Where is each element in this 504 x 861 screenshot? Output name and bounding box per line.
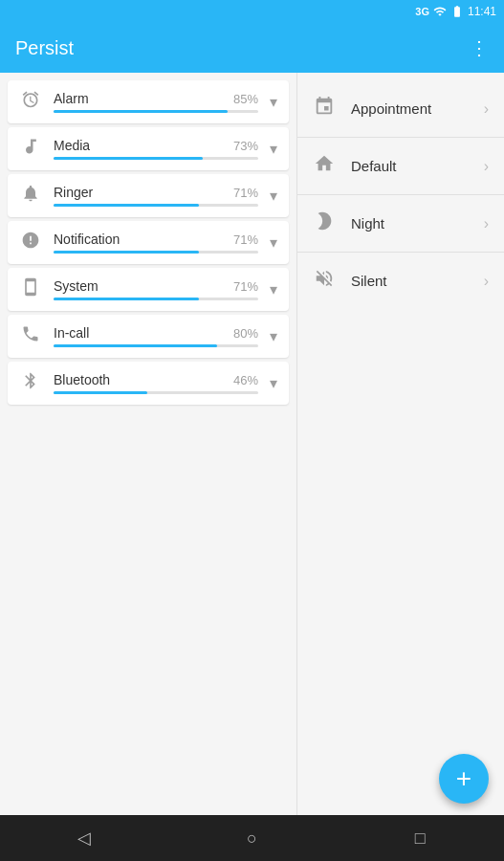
alarm-volume-card: Alarm 85% ▾ bbox=[8, 80, 289, 123]
system-details: System 71% bbox=[54, 278, 258, 300]
system-percent: 71% bbox=[233, 279, 258, 294]
system-bar-fill bbox=[54, 298, 199, 300]
media-bar-bg bbox=[54, 157, 258, 160]
bluetooth-volume-card: Bluetooth 46% ▾ bbox=[8, 362, 289, 405]
notification-volume-card: Notification 71% ▾ bbox=[8, 221, 289, 264]
silent-label: Silent bbox=[351, 273, 469, 289]
notification-bar-fill bbox=[54, 251, 199, 254]
silent-profile-item[interactable]: Silent › bbox=[297, 253, 504, 309]
incall-percent: 80% bbox=[233, 326, 258, 341]
alarm-icon bbox=[19, 90, 42, 114]
appointment-chevron-icon: › bbox=[484, 100, 489, 118]
ringer-volume-card: Ringer 71% ▾ bbox=[8, 174, 289, 217]
media-icon bbox=[19, 137, 42, 161]
add-profile-fab[interactable]: + bbox=[439, 754, 489, 804]
bottom-nav-bar: ◁ ○ □ bbox=[0, 815, 504, 861]
status-icons: 3G 11:41 bbox=[415, 5, 496, 18]
night-chevron-icon: › bbox=[484, 215, 489, 232]
system-bar-bg bbox=[54, 298, 258, 300]
alarm-details: Alarm 85% bbox=[54, 91, 258, 113]
main-content: Alarm 85% ▾ Media 73% bbox=[0, 73, 504, 815]
night-icon bbox=[313, 210, 336, 236]
notification-label: Notification bbox=[54, 232, 120, 247]
alarm-bar-fill bbox=[54, 110, 228, 113]
app-title: Persist bbox=[15, 37, 74, 59]
alarm-expand-button[interactable]: ▾ bbox=[270, 93, 277, 111]
status-bar: 3G 11:41 bbox=[0, 0, 504, 23]
notification-icon bbox=[19, 231, 42, 254]
incall-bar-bg bbox=[54, 344, 258, 347]
ringer-bar-bg bbox=[54, 204, 258, 207]
notification-details: Notification 71% bbox=[54, 232, 258, 254]
incall-label: In-call bbox=[54, 325, 89, 341]
bluetooth-label: Bluetooth bbox=[54, 372, 110, 387]
network-indicator: 3G bbox=[415, 6, 429, 17]
right-panel: Appointment › Default › Night › bbox=[297, 73, 504, 815]
media-percent: 73% bbox=[233, 139, 258, 153]
alarm-label: Alarm bbox=[54, 91, 89, 106]
silent-chevron-icon: › bbox=[484, 273, 489, 290]
time-display: 11:41 bbox=[468, 5, 496, 18]
default-icon bbox=[313, 153, 336, 179]
bluetooth-bar-fill bbox=[54, 391, 147, 394]
home-button[interactable]: ○ bbox=[232, 819, 271, 857]
bluetooth-details: Bluetooth 46% bbox=[54, 372, 258, 394]
alarm-bar-bg bbox=[54, 110, 258, 113]
default-chevron-icon: › bbox=[484, 158, 489, 175]
incall-expand-button[interactable]: ▾ bbox=[270, 327, 277, 345]
default-profile-item[interactable]: Default › bbox=[297, 138, 504, 194]
night-label: Night bbox=[351, 215, 469, 232]
recent-apps-button[interactable]: □ bbox=[401, 819, 439, 857]
media-bar-fill bbox=[54, 157, 203, 160]
media-label: Media bbox=[54, 138, 90, 153]
incall-icon bbox=[19, 324, 42, 348]
silent-icon bbox=[313, 268, 336, 294]
more-options-button[interactable]: ⋮ bbox=[470, 36, 489, 59]
alarm-percent: 85% bbox=[233, 92, 258, 106]
media-expand-button[interactable]: ▾ bbox=[270, 140, 277, 158]
ringer-icon bbox=[19, 184, 42, 208]
app-bar: Persist ⋮ bbox=[0, 23, 504, 73]
night-profile-item[interactable]: Night › bbox=[297, 195, 504, 252]
battery-icon bbox=[450, 5, 464, 18]
appointment-profile-item[interactable]: Appointment › bbox=[297, 80, 504, 137]
system-label: System bbox=[54, 278, 99, 294]
ringer-label: Ringer bbox=[54, 185, 93, 200]
default-label: Default bbox=[351, 158, 469, 174]
ringer-details: Ringer 71% bbox=[54, 185, 258, 207]
left-panel: Alarm 85% ▾ Media 73% bbox=[0, 73, 296, 815]
ringer-percent: 71% bbox=[233, 186, 258, 200]
bluetooth-percent: 46% bbox=[233, 373, 258, 387]
notification-expand-button[interactable]: ▾ bbox=[270, 233, 277, 252]
incall-bar-fill bbox=[54, 344, 217, 347]
appointment-label: Appointment bbox=[351, 100, 469, 117]
bluetooth-icon bbox=[19, 371, 42, 395]
system-expand-button[interactable]: ▾ bbox=[270, 280, 277, 298]
bluetooth-expand-button[interactable]: ▾ bbox=[270, 374, 277, 392]
appointment-icon bbox=[313, 96, 336, 121]
media-details: Media 73% bbox=[54, 138, 258, 160]
incall-details: In-call 80% bbox=[54, 325, 258, 347]
system-icon bbox=[19, 277, 42, 301]
ringer-bar-fill bbox=[54, 204, 199, 207]
system-volume-card: System 71% ▾ bbox=[8, 268, 289, 311]
back-button[interactable]: ◁ bbox=[65, 819, 103, 857]
notification-percent: 71% bbox=[233, 232, 258, 247]
ringer-expand-button[interactable]: ▾ bbox=[270, 187, 277, 205]
incall-volume-card: In-call 80% ▾ bbox=[8, 315, 289, 358]
bluetooth-bar-bg bbox=[54, 391, 258, 394]
notification-bar-bg bbox=[54, 251, 258, 254]
media-volume-card: Media 73% ▾ bbox=[8, 127, 289, 170]
signal-icon bbox=[433, 5, 447, 18]
